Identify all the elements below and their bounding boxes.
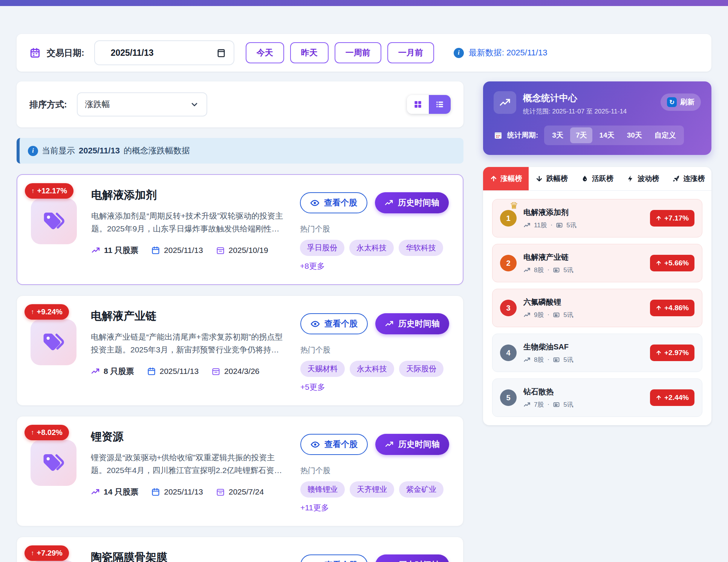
ranking-panel: 涨幅榜 跌幅榜	[483, 167, 711, 425]
stock-chip[interactable]: 赣锋锂业	[300, 481, 345, 498]
concept-thumbnail-area: ↑ +12.17%	[31, 186, 77, 271]
up-arrow-icon: ↑	[31, 429, 34, 436]
stock-count: 11 只股票	[91, 245, 138, 256]
tags-icon	[42, 452, 65, 474]
refresh-icon: ↻	[667, 97, 677, 107]
ranking-tab[interactable]: 活跃榜	[574, 167, 620, 190]
period-option[interactable]: 自定义	[649, 127, 682, 143]
concept-thumbnail	[31, 319, 76, 365]
rank-info: 六氟磷酸锂 9股 · 5讯	[523, 297, 574, 319]
rank-concept-title: 生物柴油SAF	[523, 342, 574, 352]
history-timeline-button[interactable]: 历史时间轴	[375, 434, 449, 455]
date-value: 2025/11/13	[111, 48, 154, 58]
stock-chip[interactable]: 天际股份	[399, 361, 444, 377]
quick-date-button[interactable]: 今天	[246, 42, 284, 63]
ranking-tab[interactable]: 连涨榜	[666, 167, 711, 190]
rocket-icon	[672, 175, 680, 182]
concept-title: 电解液产业链	[91, 309, 286, 324]
trade-date-value: 2025/11/13	[164, 487, 203, 496]
dot-separator: ·	[547, 266, 549, 274]
list-view-button[interactable]	[429, 95, 451, 114]
grid-view-button[interactable]	[407, 95, 429, 114]
mini-chart-icon	[523, 266, 531, 274]
rank-change-value: +2.97%	[664, 349, 689, 357]
ranking-tab-label: 活跃榜	[592, 174, 613, 184]
ranking-tab[interactable]: 涨幅榜	[483, 167, 529, 190]
page: 交易日期: 2025/11/13 今天 昨天 一周前 一月前 i 最新数据: 2…	[0, 34, 728, 562]
view-stocks-button[interactable]: 查看个股	[300, 313, 368, 334]
banner-prefix: 当前显示	[42, 145, 75, 156]
ranking-item[interactable]: 2 电解液产业链 8股 · 5讯	[492, 244, 702, 282]
arrow-up-icon	[656, 215, 662, 221]
stock-chip[interactable]: 天赐材料	[300, 361, 345, 377]
change-value: +8.02%	[37, 428, 63, 437]
quick-date-button[interactable]: 一周前	[335, 42, 381, 63]
rank-number-badge: 4	[500, 345, 517, 361]
history-timeline-button[interactable]: 历史时间轴	[375, 192, 449, 213]
rank-stock-count: 11股	[534, 221, 547, 230]
chevron-down-icon	[190, 100, 199, 109]
concept-actions: 查看个股 历史时间轴 热门个股 孚日股份 永	[300, 186, 449, 271]
stock-chip[interactable]: 永太科技	[350, 361, 394, 377]
view-stocks-button[interactable]: 查看个股	[300, 192, 367, 213]
stock-chip[interactable]: 永太科技	[349, 240, 394, 256]
arrow-down-icon	[535, 175, 543, 182]
calendar-purple-icon	[216, 246, 225, 255]
concept-title: 锂资源	[91, 429, 286, 444]
period-option[interactable]: 14天	[593, 127, 620, 143]
ranking-tab-label: 波动榜	[638, 174, 659, 184]
calendar-icon	[29, 47, 41, 58]
latest-data-text: 最新数据: 2025/11/13	[469, 47, 548, 58]
period-option[interactable]: 3天	[546, 127, 569, 143]
stock-chip[interactable]: 天齐锂业	[350, 481, 394, 498]
concept-description: 电解液添加剂是“周期反转+技术升级”双轮驱动的投资主题。2025年9月，山东孚日…	[91, 210, 286, 235]
eye-icon	[310, 560, 320, 562]
date-input[interactable]: 2025/11/13	[94, 40, 234, 65]
stock-chip[interactable]: 孚日股份	[300, 240, 344, 256]
rank-number-badge: 5	[500, 389, 517, 406]
concept-meta: 8 只股票 2025/11/13 2024/3/26	[91, 366, 286, 377]
ranking-item[interactable]: 5 钻石散热 7股 · 5讯	[492, 378, 702, 417]
history-timeline-button[interactable]: 历史时间轴	[375, 554, 449, 562]
view-stocks-button[interactable]: 查看个股	[300, 554, 368, 562]
more-stocks-link[interactable]: +11更多	[300, 502, 329, 513]
change-value: +9.24%	[37, 308, 63, 316]
quick-date-button[interactable]: 一月前	[387, 42, 434, 63]
more-stocks-link[interactable]: +8更多	[300, 261, 325, 271]
concept-actions: 查看个股 历史时间轴 热门个股 星源材质 佛	[300, 548, 450, 562]
sort-select[interactable]: 涨跌幅	[77, 92, 207, 116]
stock-chip[interactable]: 紫金矿业	[399, 481, 444, 498]
ranking-item[interactable]: ♛ 1 电解液添加剂 11股 · 5讯	[492, 199, 702, 237]
view-stocks-label: 查看个股	[324, 197, 357, 208]
rank-change-badge: +5.66%	[650, 255, 694, 271]
timeline-chart-icon	[385, 560, 394, 562]
ranking-list: ♛ 1 电解液添加剂 11股 · 5讯	[483, 191, 711, 425]
rank-number-badge: 2	[500, 255, 517, 271]
concept-title: 陶瓷隔膜骨架膜	[91, 550, 286, 562]
rank-stock-count: 8股	[534, 266, 544, 274]
hot-stocks-label: 热门个股	[300, 224, 449, 234]
more-stocks-link[interactable]: +5更多	[300, 382, 325, 392]
period-option[interactable]: 7天	[570, 127, 593, 143]
ranking-item[interactable]: 3 六氟磷酸锂 9股 · 5讯	[492, 289, 702, 327]
dot-separator: ·	[547, 356, 549, 363]
quick-date-button[interactable]: 昨天	[290, 42, 329, 63]
concept-card: ↑ +8.02% 锂资源 锂资源是“政策	[17, 416, 463, 526]
change-value: +7.29%	[37, 549, 63, 557]
stock-chip[interactable]: 华软科技	[399, 240, 443, 256]
rank-change-value: +2.44%	[664, 394, 689, 402]
created-date: 2025/7/24	[216, 487, 264, 496]
view-stocks-button[interactable]: 查看个股	[300, 434, 368, 455]
stats-chart-icon-box	[494, 91, 516, 114]
ranking-item[interactable]: 4 生物柴油SAF 8股 · 5讯	[492, 334, 702, 372]
concept-actions: 查看个股 历史时间轴 热门个股 天赐材料 永	[300, 307, 450, 392]
calendar-purple-icon	[211, 367, 220, 376]
tags-icon	[42, 331, 65, 353]
ranking-tab[interactable]: 跌幅榜	[529, 167, 574, 190]
dot-separator: ·	[547, 401, 549, 408]
ranking-tab[interactable]: 波动榜	[620, 167, 666, 190]
history-timeline-button[interactable]: 历史时间轴	[375, 313, 449, 334]
concept-thumbnail-area: ↑ +8.02%	[31, 428, 76, 513]
refresh-button[interactable]: ↻ 刷新	[661, 93, 701, 111]
period-option[interactable]: 30天	[621, 127, 648, 143]
